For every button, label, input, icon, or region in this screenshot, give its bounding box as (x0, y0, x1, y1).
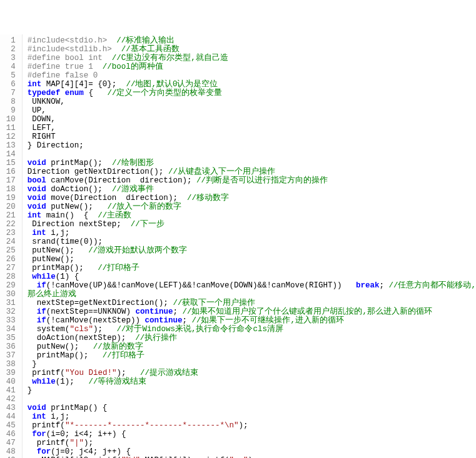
code-line[interactable]: int main() { //主函数 (28, 212, 476, 221)
code-line[interactable]: if(nextStep==UNKNOW) continue; //如果不知道用户… (28, 308, 476, 317)
token-plain: i,j; (46, 412, 70, 421)
line-number: 34 (0, 326, 16, 334)
line-number: 24 (0, 238, 16, 247)
code-line[interactable]: system("cls"); //对于Windows来说,执行命令行命令cls清… (28, 326, 476, 334)
line-number: 8 (0, 98, 16, 107)
token-comment: //放新的数字 (93, 342, 143, 351)
code-line[interactable]: Direction getNextDirection(); //从键盘读入下一个… (28, 168, 476, 177)
code-line[interactable]: while(1); //等待游戏结束 (28, 378, 476, 387)
token-fn: system (37, 325, 65, 334)
code-line[interactable]: UP, (28, 107, 476, 116)
token-kw: int (28, 80, 42, 89)
token-kw: while (32, 377, 56, 386)
code-line[interactable]: for(i=0; i<4; i++) { (28, 431, 476, 439)
line-number: 18 (0, 186, 16, 194)
token-plain: putNew(); (46, 202, 108, 211)
code-line[interactable]: srand(time(0)); (28, 238, 476, 247)
code-line[interactable]: } (28, 387, 476, 396)
code-line[interactable]: LEFT, (28, 124, 476, 133)
line-number: 7 (0, 89, 16, 98)
code-line[interactable]: if(!canMove(UP)&&!canMove(LEFT)&&!canMov… (28, 282, 476, 291)
token-kw: for (32, 430, 46, 439)
code-line[interactable] (28, 151, 476, 159)
code-line[interactable]: Direction nextStep; //下一步 (28, 221, 476, 229)
line-number: 36 (0, 343, 16, 352)
code-line[interactable]: bool canMove(Direction direction); //判断是… (28, 177, 476, 186)
code-line[interactable] (28, 396, 476, 404)
code-line[interactable]: 那么终止游戏 (28, 291, 476, 299)
line-number: 5 (0, 72, 16, 81)
token-plain: ); (116, 369, 140, 377)
code-line[interactable]: nextStep=getNextDirection(); //获取下一个用户操作 (28, 299, 476, 308)
code-line[interactable]: #define true 1 //bool的两种值 (28, 63, 476, 72)
token-plain: doAction(); (46, 185, 112, 194)
token-kw: void (28, 159, 46, 167)
code-line[interactable]: int MAP[4][4]= {0}; //地图,默认0认为是空位 (28, 81, 476, 89)
token-comment: //如果不知道用户按了个什么键或者用户胡乱按的,那么进入新的循环 (182, 307, 432, 316)
token-comment: //判断是否可以进行指定方向的操作 (196, 176, 328, 185)
code-line[interactable]: } (28, 361, 476, 369)
code-line[interactable]: int i,j; (28, 413, 476, 422)
code-line[interactable]: #include<stdlib.h> //基本工具函数 (28, 46, 476, 54)
token-plain: (!canMove(nextStep)) (46, 316, 145, 325)
token-kw: void (28, 185, 46, 194)
code-line[interactable]: printf("You Died!"); //提示游戏结束 (28, 369, 476, 378)
token-comment: //下一步 (131, 220, 165, 229)
line-number: 26 (0, 256, 16, 264)
code-line[interactable]: doAction(nextStep); //执行操作 (28, 334, 476, 343)
code-line[interactable]: #include<stdio.h> //标准输入输出 (28, 37, 476, 46)
code-line[interactable]: UNKNOW, (28, 98, 476, 107)
token-plain: UP, (28, 106, 46, 115)
token-comment: //打印格子 (103, 351, 144, 360)
code-line[interactable]: int i,j; (28, 229, 476, 238)
code-line[interactable]: #define bool int //C里边没有布尔类型,就自己造 (28, 54, 476, 63)
code-line[interactable]: void printMap() { (28, 404, 476, 413)
token-comment: //获取下一个用户操作 (173, 299, 255, 307)
code-line[interactable]: printf("|"); (28, 439, 476, 448)
line-number: 3 (0, 54, 16, 63)
token-plain: (1); (56, 377, 89, 386)
code-line[interactable]: void move(Direction direction); //移动数字 (28, 194, 476, 203)
line-number: 35 (0, 334, 16, 343)
token-plain: ( (60, 369, 65, 377)
token-plain: printMap(); (28, 351, 103, 360)
code-line[interactable]: while(1) { (28, 273, 476, 282)
token-comment: //游戏开始默认放两个数字 (88, 246, 187, 255)
code-line[interactable]: void doAction(); //游戏事件 (28, 186, 476, 194)
line-number: 37 (0, 352, 16, 361)
code-line[interactable]: void printMap(); //绘制图形 (28, 159, 476, 168)
token-kw: for (37, 447, 51, 456)
token-comment: //主函数 (98, 211, 131, 220)
token-comment: //提示游戏结束 (140, 369, 198, 377)
token-comment: //绘制图形 (112, 159, 154, 167)
line-number: 41 (0, 387, 16, 396)
token-plain: (1) { (56, 272, 79, 281)
token-plain: ; (379, 281, 388, 290)
token-comment: //bool的两种值 (103, 62, 163, 71)
code-line[interactable]: if(!canMove(nextStep)) continue; //如果下一步… (28, 317, 476, 326)
token-comment: //放入一个新的数字 (107, 202, 181, 211)
code-line[interactable]: void putNew(); //放入一个新的数字 (28, 203, 476, 212)
token-str: "*-------*-------*-------*-------*\n" (65, 421, 239, 430)
token-comment: //从键盘读入下一个用户操作 (168, 167, 275, 176)
code-line[interactable]: putNew(); (28, 256, 476, 264)
code-line[interactable]: #define false 0 (28, 72, 476, 81)
line-number: 38 (0, 361, 16, 369)
code-line[interactable]: printMap(); //打印格子 (28, 352, 476, 361)
code-line[interactable]: putNew(); //放新的数字 (28, 343, 476, 352)
code-line[interactable]: putNew(); //游戏开始默认放两个数字 (28, 247, 476, 256)
token-comment: //打印格子 (98, 264, 139, 272)
code-line[interactable]: printf("*-------*-------*-------*-------… (28, 422, 476, 431)
code-line[interactable]: } Direction; (28, 142, 476, 151)
token-str: "|" (69, 439, 84, 447)
code-line[interactable]: for(j=0; j<4; j++) { (28, 448, 476, 457)
code-line[interactable]: typedef enum { //定义一个方向类型的枚举变量 (28, 89, 476, 98)
code-line[interactable]: DOWN, (28, 116, 476, 124)
token-comment: //游戏事件 (112, 185, 154, 194)
code-line[interactable]: printMap(); //打印格子 (28, 264, 476, 273)
code-content[interactable]: #include<stdio.h> //标准输入输出#include<stdli… (23, 34, 476, 458)
code-line[interactable]: RIGHT (28, 133, 476, 142)
token-comment: //任意方向都不能移动, (388, 281, 476, 290)
token-kw: if (37, 307, 46, 316)
token-pp: #define bool int (28, 54, 112, 62)
